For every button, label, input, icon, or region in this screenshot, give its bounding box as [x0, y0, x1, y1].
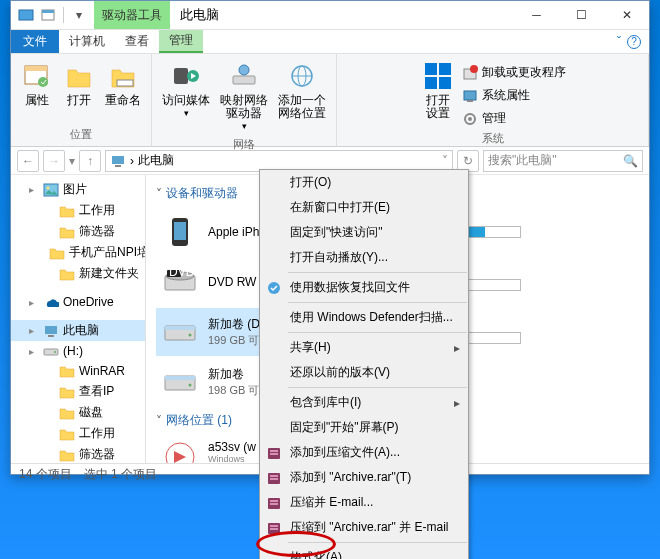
- svg-rect-17: [439, 77, 451, 89]
- ribbon-group-network: 访问媒体▾ 映射网络 驱动器▾ 添加一个 网络位置 网络: [152, 54, 337, 146]
- qat-dropdown-icon[interactable]: ▾: [70, 6, 88, 24]
- nav-forward-button[interactable]: →: [43, 150, 65, 172]
- context-menu-item[interactable]: 添加到 "Archive.rar"(T): [260, 465, 468, 490]
- tree-item[interactable]: 磁盘: [11, 402, 145, 423]
- svg-rect-29: [48, 335, 54, 337]
- tree-item[interactable]: 筛选器: [11, 221, 145, 242]
- tab-manage[interactable]: 管理: [159, 30, 203, 53]
- context-menu-item[interactable]: 固定到"快速访问": [260, 220, 468, 245]
- status-selected: 选中 1 个项目: [84, 466, 157, 483]
- tree-item[interactable]: 查看IP: [11, 381, 145, 402]
- svg-rect-2: [42, 10, 54, 13]
- tree-item[interactable]: 工作用: [11, 200, 145, 221]
- minimize-button[interactable]: ─: [514, 1, 559, 30]
- maximize-button[interactable]: ☐: [559, 1, 604, 30]
- svg-rect-0: [19, 10, 33, 20]
- file-tab[interactable]: 文件: [11, 30, 59, 53]
- svg-rect-39: [165, 326, 195, 330]
- svg-point-27: [47, 186, 50, 189]
- svg-rect-52: [270, 450, 278, 452]
- context-menu-item[interactable]: 包含到库中(I)▸: [260, 390, 468, 415]
- svg-rect-9: [233, 76, 255, 84]
- svg-rect-6: [117, 80, 133, 86]
- svg-rect-55: [270, 475, 278, 477]
- ribbon-manage[interactable]: 管理: [460, 108, 568, 129]
- svg-rect-4: [25, 66, 47, 71]
- context-menu-item[interactable]: 还原以前的版本(V): [260, 360, 468, 385]
- close-button[interactable]: ✕: [604, 1, 649, 30]
- svg-point-43: [189, 384, 192, 387]
- context-menu-item[interactable]: 压缩到 "Archive.rar" 并 E-mail: [260, 515, 468, 540]
- svg-rect-21: [467, 100, 473, 102]
- tree-item[interactable]: ▸OneDrive: [11, 292, 145, 312]
- svg-rect-28: [45, 326, 57, 334]
- context-menu-item[interactable]: 打开(O): [260, 170, 468, 195]
- svg-rect-15: [439, 63, 451, 75]
- context-menu-item[interactable]: 打开自动播放(Y)...: [260, 245, 468, 270]
- window-icon: [17, 6, 35, 24]
- search-icon: 🔍: [623, 154, 638, 168]
- ribbon-tabs: 文件 计算机 查看 管理 ˇ ?: [11, 30, 649, 54]
- context-menu-item[interactable]: 共享(H)▸: [260, 335, 468, 360]
- tree-item[interactable]: ▸(H:): [11, 341, 145, 361]
- svg-rect-53: [270, 453, 278, 455]
- svg-rect-56: [270, 478, 278, 480]
- svg-rect-33: [174, 222, 186, 240]
- context-menu-item[interactable]: 在新窗口中打开(E): [260, 195, 468, 220]
- ribbon-group-location: 属性 打开 重命名 位置: [11, 54, 152, 146]
- tree-item[interactable]: WinRAR: [11, 361, 145, 381]
- ribbon-sys-props[interactable]: 系统属性: [460, 85, 568, 106]
- ribbon-open-settings[interactable]: 打开 设置: [418, 58, 458, 129]
- context-menu-item[interactable]: 添加到压缩文件(A)...: [260, 440, 468, 465]
- nav-back-button[interactable]: ←: [17, 150, 39, 172]
- svg-point-19: [470, 65, 478, 73]
- svg-rect-24: [112, 156, 124, 164]
- tree-item[interactable]: 手机产品NPI培: [11, 242, 145, 263]
- ribbon-media[interactable]: 访问媒体▾: [158, 58, 214, 135]
- tree-item[interactable]: ▸图片: [11, 179, 145, 200]
- svg-point-10: [239, 65, 249, 75]
- contextual-tab-drive-tools[interactable]: 驱动器工具: [94, 1, 170, 29]
- ribbon-uninstall[interactable]: 卸载或更改程序: [460, 62, 568, 83]
- window-title: 此电脑: [170, 6, 229, 24]
- tree-item[interactable]: 筛选器: [11, 444, 145, 463]
- tab-view[interactable]: 查看: [115, 30, 159, 53]
- svg-rect-61: [270, 525, 278, 527]
- ribbon: 属性 打开 重命名 位置 访问媒体▾ 映射网络 驱动器▾ 添加一个 网络位置 网…: [11, 54, 649, 147]
- svg-rect-58: [270, 500, 278, 502]
- svg-rect-14: [425, 63, 437, 75]
- ribbon-group-label: 位置: [70, 125, 92, 142]
- titlebar: ▾ 驱动器工具 此电脑 ─ ☐ ✕: [11, 1, 649, 30]
- search-placeholder: 搜索"此电脑": [488, 152, 619, 169]
- context-menu-item[interactable]: 使用数据恢复找回文件: [260, 275, 468, 300]
- ribbon-rename[interactable]: 重命名: [101, 58, 145, 125]
- nav-tree[interactable]: ▸图片工作用筛选器手机产品NPI培新建文件夹▸OneDrive▸此电脑▸(H:)…: [11, 175, 146, 463]
- search-input[interactable]: 搜索"此电脑" 🔍: [483, 150, 643, 172]
- status-item-count: 14 个项目: [19, 466, 72, 483]
- qat-properties-icon[interactable]: [39, 6, 57, 24]
- nav-up-button[interactable]: ↑: [79, 150, 101, 172]
- svg-rect-42: [165, 376, 195, 380]
- ribbon-map-drive[interactable]: 映射网络 驱动器▾: [216, 58, 272, 135]
- context-menu-item[interactable]: 格式化(A)...: [260, 545, 468, 559]
- svg-point-31: [54, 351, 56, 353]
- ribbon-properties[interactable]: 属性: [17, 58, 57, 125]
- tree-item[interactable]: 工作用: [11, 423, 145, 444]
- svg-rect-25: [115, 165, 121, 167]
- svg-rect-20: [464, 91, 476, 100]
- tree-item[interactable]: 新建文件夹: [11, 263, 145, 284]
- nav-recent-icon[interactable]: ▾: [69, 154, 75, 168]
- ribbon-collapse-icon[interactable]: ˇ: [617, 35, 621, 49]
- ribbon-group-system: 打开 设置 卸载或更改程序 系统属性 管理 系统: [337, 54, 649, 146]
- svg-rect-59: [270, 503, 278, 505]
- ribbon-add-netloc[interactable]: 添加一个 网络位置: [274, 58, 330, 135]
- context-menu-item[interactable]: 固定到"开始"屏幕(P): [260, 415, 468, 440]
- tab-computer[interactable]: 计算机: [59, 30, 115, 53]
- svg-text:DVD: DVD: [169, 265, 195, 279]
- ribbon-open[interactable]: 打开: [59, 58, 99, 125]
- svg-rect-62: [270, 528, 278, 530]
- tree-item[interactable]: ▸此电脑: [11, 320, 145, 341]
- context-menu-item[interactable]: 压缩并 E-mail...: [260, 490, 468, 515]
- context-menu-item[interactable]: 使用 Windows Defender扫描...: [260, 305, 468, 330]
- help-icon[interactable]: ?: [627, 35, 641, 49]
